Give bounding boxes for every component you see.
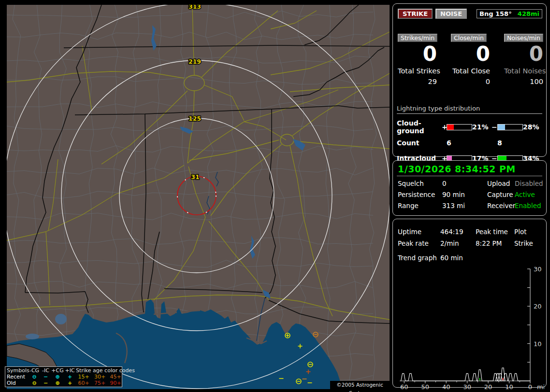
strike-mode-button[interactable]: STRIKE xyxy=(398,9,433,19)
bearing-label: Bng 158° xyxy=(479,10,512,17)
trend-panel: Uptime 464:19 Peak time Plot Peak rate 2… xyxy=(392,219,547,388)
stats-row: Peak rate 2/min 8:22 PM Strike xyxy=(397,239,542,247)
plot-mode-value: Strike xyxy=(514,239,542,247)
svg-text:0: 0 xyxy=(528,383,532,389)
datetime-display: 1/30/2026 8:34:52 PM xyxy=(397,164,542,174)
circle-minus-icon: ⊖ xyxy=(29,380,40,386)
age-code: 60+ xyxy=(76,380,91,386)
svg-text:10: 10 xyxy=(534,340,542,348)
bearing-readout: Bng 158° 428mi xyxy=(477,9,542,18)
noises-per-min-label: Noises/min xyxy=(504,34,543,42)
svg-text:40: 40 xyxy=(442,383,450,389)
status-row: Persistence 90 min Capture Active xyxy=(397,191,542,198)
stats-row: Uptime 464:19 Peak time Plot xyxy=(397,228,542,236)
map-symbol-legend: Symbols -CG -IC +CG +IC Strike age color… xyxy=(5,366,122,387)
legend-age-header: Strike age color codes xyxy=(76,367,123,374)
svg-text:50: 50 xyxy=(421,383,429,389)
strikes-per-min-label: Strikes/min xyxy=(398,34,437,42)
trend-graph: 1020306050403020100min xyxy=(397,263,544,389)
copyright-label: ©2005 Astrogenic Systems xyxy=(330,381,390,389)
plus-icon: + xyxy=(64,380,76,386)
legend-symbols-header: Symbols xyxy=(7,367,29,374)
close-counter-column: Close/min 0 Total Close 0 xyxy=(451,33,490,85)
status-panel: 1/30/2026 8:34:52 PM Squelch 0 Upload Di… xyxy=(392,160,547,216)
range-ring-label: 125 xyxy=(188,115,201,122)
svg-text:30: 30 xyxy=(463,383,471,389)
range-ring-label: 313 xyxy=(188,5,201,10)
noises-counter-column: Noises/min 0 Total Noises 100 xyxy=(504,33,543,85)
cg-negative-pct: 28% xyxy=(523,123,542,131)
cg-positive-count: 6 xyxy=(447,139,497,147)
strikes-per-min-value: 0 xyxy=(398,43,437,65)
total-close-label: Total Close xyxy=(451,67,490,75)
range-ring-label: 219 xyxy=(188,58,201,65)
cloud-ground-row: Cloud-ground + 21% − 28% xyxy=(397,119,542,135)
legend-row-old: Old⊖−⊕+60+75+90+ xyxy=(7,380,120,386)
age-code: 15+ xyxy=(76,374,91,380)
receiver-status: Enabled xyxy=(515,202,542,210)
plus-icon: + xyxy=(64,374,76,380)
noise-mode-button[interactable]: NOISE xyxy=(435,9,467,19)
circle-plus-icon: ⊕ xyxy=(51,380,64,386)
bearing-range-value: 428mi xyxy=(518,10,539,17)
minus-icon: − xyxy=(40,374,51,380)
trend-graph-label: Trend graph xyxy=(398,254,440,262)
total-noises-value: 100 xyxy=(504,78,543,85)
cg-negative-count: 8 xyxy=(497,139,542,147)
age-code: 90+ xyxy=(108,380,123,386)
svg-text:10: 10 xyxy=(505,383,513,389)
peak-rate-value: 2/min xyxy=(440,239,476,247)
upload-status: Disabled xyxy=(515,180,543,187)
status-row: Squelch 0 Upload Disabled xyxy=(397,180,542,187)
total-strikes-label: Total Strikes xyxy=(398,67,437,75)
strikes-counter-column: Strikes/min 0 Total Strikes 29 xyxy=(398,33,437,85)
minus-icon: − xyxy=(40,380,51,386)
close-per-min-label: Close/min xyxy=(451,34,487,42)
lake-pontchartrain xyxy=(55,314,67,324)
legend-age-label: Old xyxy=(7,380,29,386)
total-close-value: 0 xyxy=(451,78,490,85)
legend-row-recent: Recent⊖−⊕+15+30+45+ xyxy=(7,374,120,380)
status-row: Range 313 mi Receiver Enabled xyxy=(397,202,542,210)
peak-time-value: 8:22 PM xyxy=(476,239,514,247)
coastal-lake xyxy=(26,334,39,339)
uptime-value: 464:19 xyxy=(440,228,476,236)
cloud-ground-count-row: Count 6 8 xyxy=(397,139,542,147)
svg-text:60: 60 xyxy=(400,383,408,389)
cg-positive-pct: 21% xyxy=(472,123,492,131)
total-strikes-value: 29 xyxy=(398,78,437,85)
circle-minus-icon: ⊖ xyxy=(29,374,40,380)
trend-window-value: 60 min xyxy=(440,254,476,262)
total-noises-label: Total Noises xyxy=(504,67,543,75)
divider xyxy=(397,176,542,176)
noises-per-min-value: 0 xyxy=(504,43,543,65)
circle-plus-icon: ⊕ xyxy=(51,374,64,380)
svg-text:20: 20 xyxy=(534,303,542,310)
cg-positive-bar xyxy=(447,124,472,130)
legend-header-row: Symbols -CG -IC +CG +IC Strike age color… xyxy=(7,367,120,374)
age-code: 30+ xyxy=(91,374,108,380)
svg-text:20: 20 xyxy=(484,383,492,389)
age-code: 45+ xyxy=(108,374,123,380)
age-code: 75+ xyxy=(91,380,108,386)
svg-text:30: 30 xyxy=(534,266,542,273)
distribution-title: Lightning type distribution xyxy=(397,105,542,114)
counters-panel: STRIKE NOISE Bng 158° 428mi Strikes/min … xyxy=(392,3,547,157)
legend-age-label: Recent xyxy=(7,374,29,380)
map-canvas[interactable]: 31321912531 xyxy=(7,5,390,389)
nexstorm-window: { "toolbar": { "strike": "STRIKE", "nois… xyxy=(0,0,550,392)
capture-status: Active xyxy=(515,191,542,198)
cg-negative-bar xyxy=(497,124,523,130)
svg-text:min: min xyxy=(537,383,544,389)
cloud-ground-label: Cloud-ground xyxy=(397,119,442,135)
close-per-min-value: 0 xyxy=(451,43,490,65)
range-ring-label: 31 xyxy=(191,173,199,181)
lightning-map[interactable]: 31321912531 xyxy=(7,5,390,389)
trend-label-row: Trend graph 60 min xyxy=(397,254,542,262)
